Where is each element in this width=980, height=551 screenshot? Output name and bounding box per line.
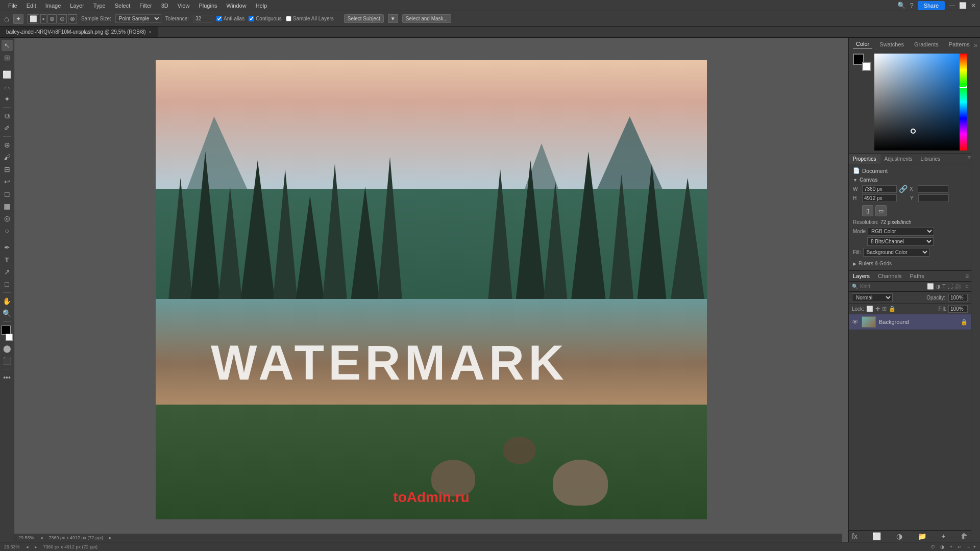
hand-tool[interactable]: ✋ xyxy=(2,295,13,307)
menu-layer[interactable]: Layer xyxy=(66,2,88,10)
paths-tab[interactable]: Paths xyxy=(906,271,928,281)
color-spectrum[interactable] xyxy=(874,54,967,151)
zoom-out-status-icon[interactable]: − xyxy=(967,544,970,549)
status-nav-right[interactable]: ▸ xyxy=(35,544,37,549)
lock-artboard-icon[interactable]: ⊞ xyxy=(882,306,887,312)
filter-smart-icon[interactable]: 🎥 xyxy=(954,283,962,290)
depth-select[interactable]: 8 Bits/Channel xyxy=(867,237,934,246)
channels-tab[interactable]: Channels xyxy=(874,271,905,281)
menu-edit[interactable]: Edit xyxy=(22,2,40,10)
path-select-tool[interactable]: ↗ xyxy=(2,266,13,278)
zoom-in-status-icon[interactable]: + xyxy=(973,544,976,549)
portrait-icon[interactable]: ▯ xyxy=(862,205,873,216)
restore-icon[interactable]: ⬜ xyxy=(959,2,967,9)
lasso-tool[interactable]: ⌓ xyxy=(2,81,13,92)
history-brush[interactable]: ↩ xyxy=(2,176,13,187)
shape-tool[interactable]: □ xyxy=(2,279,13,290)
background-color[interactable] xyxy=(862,62,871,71)
pen-tool[interactable]: ✒ xyxy=(2,242,13,253)
contiguous-option[interactable]: Contiguous xyxy=(249,16,282,21)
dodge-tool[interactable]: ○ xyxy=(2,225,13,236)
delete-layer-button[interactable]: 🗑 xyxy=(961,532,968,540)
crop-tool[interactable]: ⧉ xyxy=(2,110,13,121)
menu-help[interactable]: Help xyxy=(252,2,272,10)
rulers-grids-section[interactable]: ▶ Rulers & Grids xyxy=(853,260,967,267)
blend-mode-select[interactable]: Normal xyxy=(852,293,893,302)
fill-input[interactable] xyxy=(948,305,968,313)
marquee-tool[interactable]: ⬜ xyxy=(2,69,13,80)
type-tool[interactable]: T xyxy=(2,254,13,265)
add-layer-button[interactable]: + xyxy=(941,532,945,540)
patterns-tab[interactable]: Patterns xyxy=(946,40,971,48)
eyedropper-tool[interactable]: ✐ xyxy=(2,122,13,134)
add-mask-button[interactable]: ⬜ xyxy=(872,532,881,540)
magic-wand-toolbar[interactable]: ✦ xyxy=(2,93,13,105)
anti-alias-checkbox[interactable] xyxy=(216,16,222,21)
menu-filter[interactable]: Filter xyxy=(135,2,156,10)
fill-select[interactable]: Background Color xyxy=(863,248,929,257)
select-subject-arrow[interactable]: ▼ xyxy=(388,14,398,23)
heal-tool[interactable]: ⊕ xyxy=(2,139,13,151)
tab-close-button[interactable]: × xyxy=(149,30,152,35)
adjustment-icon[interactable]: ◑ xyxy=(940,544,944,549)
background-swatch[interactable] xyxy=(6,334,13,341)
gradient-tool[interactable]: ▦ xyxy=(2,201,13,212)
collapse-panels-icon[interactable]: » xyxy=(974,42,977,49)
stamp-tool[interactable]: ⊟ xyxy=(2,164,13,175)
status-nav-left[interactable]: ◂ xyxy=(26,544,29,549)
minimize-icon[interactable]: — xyxy=(949,2,955,9)
layer-visibility-toggle[interactable]: 👁 xyxy=(852,318,859,326)
layers-tab[interactable]: Layers xyxy=(849,271,874,281)
artboard-tool[interactable]: ⊞ xyxy=(2,52,13,63)
color-swatches[interactable] xyxy=(0,325,14,341)
brush-tool[interactable]: 🖌 xyxy=(2,152,13,163)
contiguous-checkbox[interactable] xyxy=(249,16,254,21)
menu-3d[interactable]: 3D xyxy=(157,2,173,10)
new-layer-status-icon[interactable]: + xyxy=(950,544,952,549)
background-layer[interactable]: 👁 Background 🔒 xyxy=(849,314,971,330)
close-icon[interactable]: ✕ xyxy=(971,2,976,9)
add-group-button[interactable]: 📁 xyxy=(918,532,926,540)
menu-file[interactable]: File xyxy=(4,2,21,10)
hue-strip[interactable] xyxy=(960,54,967,151)
y-input[interactable] xyxy=(918,194,949,202)
landscape-icon[interactable]: ▭ xyxy=(875,205,887,216)
properties-collapse[interactable]: ≡ xyxy=(967,154,971,164)
magic-wand-tool[interactable]: ✦ xyxy=(13,14,23,24)
filter-shape-icon[interactable]: ⛶ xyxy=(947,283,953,290)
filter-toggle[interactable]: ○ xyxy=(965,283,969,290)
document-tab[interactable]: bailey-zindel-NRQV-h8F10M-unsplash.png @… xyxy=(0,27,158,37)
help-icon[interactable]: ? xyxy=(910,2,913,9)
filter-adjust-icon[interactable]: ◑ xyxy=(936,283,941,290)
add-fx-button[interactable]: fx xyxy=(852,532,857,540)
properties-tab[interactable]: Properties xyxy=(849,154,880,164)
opacity-input[interactable] xyxy=(948,294,968,302)
mode-select[interactable]: RGB Color xyxy=(868,227,934,236)
sample-all-option[interactable]: Sample All Layers xyxy=(286,16,334,21)
layers-search-input[interactable] xyxy=(860,284,925,289)
blur-tool[interactable]: ◎ xyxy=(2,213,13,224)
arrow-left-icon[interactable]: ◂ xyxy=(40,535,43,540)
share-button[interactable]: Share xyxy=(918,1,945,10)
lock-all-icon[interactable]: 🔒 xyxy=(889,306,896,312)
add-icon[interactable]: ⊕ xyxy=(47,14,57,23)
intersect-icon[interactable]: ⊗ xyxy=(68,14,77,23)
add-adjustment-button[interactable]: ◑ xyxy=(896,532,902,540)
tool-home-icon[interactable]: ⌂ xyxy=(4,14,9,23)
menu-window[interactable]: Window xyxy=(223,2,251,10)
canvas-section-header[interactable]: ▼ Canvas xyxy=(853,177,967,183)
layers-panel-collapse[interactable]: ≡ xyxy=(965,272,969,280)
menu-plugins[interactable]: Plugins xyxy=(194,2,221,10)
menu-select[interactable]: Select xyxy=(111,2,135,10)
quick-mask-tool[interactable]: ⬤ xyxy=(2,343,13,354)
menu-type[interactable]: Type xyxy=(89,2,110,10)
color-tab[interactable]: Color xyxy=(853,40,872,48)
filter-pixel-icon[interactable]: ⬜ xyxy=(927,283,934,290)
anti-alias-option[interactable]: Anti-alias xyxy=(216,16,244,21)
eraser-tool[interactable]: ◻ xyxy=(2,188,13,199)
x-input[interactable] xyxy=(918,185,948,193)
rect-select-icon[interactable]: ⬜ xyxy=(28,14,39,23)
search-icon[interactable]: 🔍 xyxy=(897,2,905,9)
screen-mode-tool[interactable]: ⬛ xyxy=(2,355,13,366)
libraries-tab[interactable]: Libraries xyxy=(917,154,944,164)
